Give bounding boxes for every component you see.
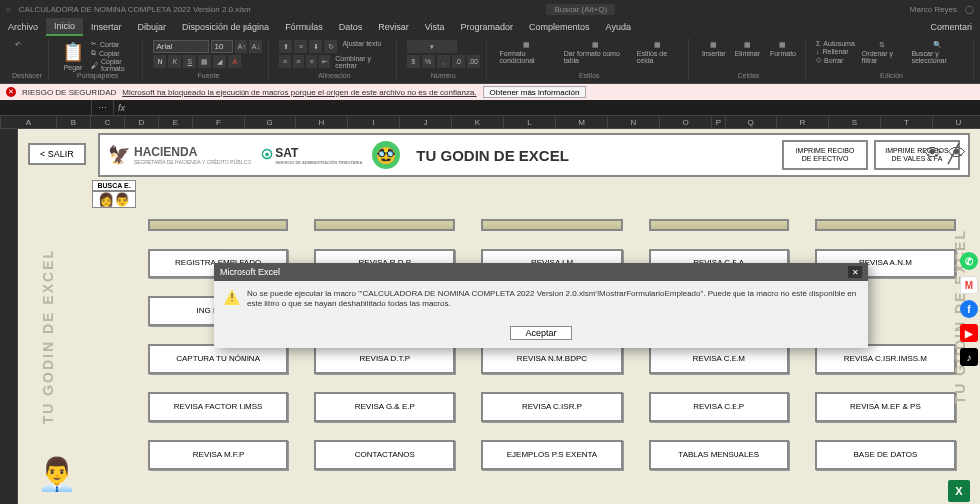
paste-button[interactable]: 📋Pegar bbox=[59, 40, 87, 72]
align-right-icon[interactable]: ≡ bbox=[306, 55, 317, 68]
col-header-C[interactable]: C bbox=[91, 116, 125, 128]
revisa-cep-button[interactable]: REVISA C.E.P bbox=[649, 392, 789, 422]
clear-button[interactable]: ◇Borrar bbox=[816, 56, 855, 64]
revisa-cisrp-button[interactable]: REVISA C.ISR.P bbox=[481, 392, 622, 422]
fill-button[interactable]: ↓Rellenar bbox=[816, 48, 855, 55]
col-header-J[interactable]: J bbox=[400, 116, 452, 128]
menu-insertar[interactable]: Insertar bbox=[83, 19, 130, 35]
excel-icon[interactable]: X bbox=[948, 480, 970, 502]
revisa-dtp-button[interactable]: REVISA D.T.P bbox=[314, 344, 455, 374]
undo-button[interactable]: ↶ bbox=[12, 40, 24, 50]
menu-inicio[interactable]: Inicio bbox=[46, 18, 83, 36]
revisa-mefps-button[interactable]: REVISA M.EF & PS bbox=[815, 392, 956, 422]
font-size-select[interactable] bbox=[211, 40, 233, 53]
tiktok-icon[interactable]: ♪ bbox=[960, 348, 978, 366]
cut-button[interactable]: ✂Cortar bbox=[91, 40, 136, 48]
font-name-select[interactable] bbox=[153, 40, 209, 53]
cell-styles-button[interactable]: ▦Estilos de celda bbox=[634, 40, 682, 65]
menu-archivo[interactable]: Archivo bbox=[0, 19, 46, 35]
italic-icon[interactable]: K bbox=[168, 55, 181, 68]
eye-closed-icon[interactable]: 👁╱ bbox=[948, 143, 966, 164]
menu-datos[interactable]: Datos bbox=[331, 19, 371, 35]
percent-icon[interactable]: % bbox=[422, 55, 435, 68]
col-header-P[interactable]: P bbox=[712, 116, 726, 128]
youtube-icon[interactable]: ▶ bbox=[960, 324, 978, 342]
facebook-icon[interactable]: f bbox=[960, 300, 978, 318]
menu-programador[interactable]: Programador bbox=[453, 19, 522, 35]
eye-open-icon[interactable]: 👁 bbox=[924, 143, 942, 164]
underline-icon[interactable]: S bbox=[183, 55, 196, 68]
ejemplos-ps-button[interactable]: EJEMPLOS P.S EXENTA bbox=[481, 440, 622, 470]
dialog-ok-button[interactable]: Aceptar bbox=[510, 326, 571, 340]
col-header-L[interactable]: L bbox=[504, 116, 556, 128]
menu-revisar[interactable]: Revisar bbox=[370, 19, 417, 35]
col-header-B[interactable]: B bbox=[57, 116, 91, 128]
sort-filter-button[interactable]: ⇅Ordenar y filtrar bbox=[859, 40, 905, 65]
col-header-T[interactable]: T bbox=[881, 116, 933, 128]
format-painter-button[interactable]: 🖌Copiar formato bbox=[91, 58, 136, 72]
col-header-O[interactable]: O bbox=[660, 116, 712, 128]
insert-cells-button[interactable]: ▦Insertar bbox=[699, 40, 729, 58]
align-center-icon[interactable]: ≡ bbox=[293, 55, 304, 68]
user-avatar[interactable]: ◯ bbox=[965, 5, 974, 14]
col-header-K[interactable]: K bbox=[452, 116, 504, 128]
col-header-S[interactable]: S bbox=[829, 116, 881, 128]
menu-ayuda[interactable]: Ayuda bbox=[598, 19, 639, 35]
fx-cancel-icon[interactable]: ⋯ bbox=[92, 100, 114, 115]
orientation-icon[interactable]: ↻ bbox=[324, 40, 337, 53]
revisa-cem-button[interactable]: REVISA C.E.M bbox=[649, 344, 789, 374]
indent-dec-icon[interactable]: ⇤ bbox=[319, 55, 330, 68]
autosave-toggle[interactable]: ○ bbox=[6, 5, 11, 14]
whatsapp-icon[interactable]: ✆ bbox=[960, 252, 978, 270]
cond-format-button[interactable]: ▦Formato condicional bbox=[497, 40, 557, 65]
format-cells-button[interactable]: ▦Formato bbox=[767, 40, 799, 58]
align-middle-icon[interactable]: ≡ bbox=[294, 40, 307, 53]
col-header-N[interactable]: N bbox=[608, 116, 660, 128]
dec-decimal-icon[interactable]: .00 bbox=[467, 55, 480, 68]
contactanos-button[interactable]: CONTACTANOS bbox=[314, 440, 455, 470]
table-format-button[interactable]: ▦Dar formato como tabla bbox=[561, 40, 630, 65]
col-header-Q[interactable]: Q bbox=[726, 116, 777, 128]
shrink-font-icon[interactable]: A↓ bbox=[249, 40, 262, 53]
bold-icon[interactable]: N bbox=[153, 55, 166, 68]
col-header-D[interactable]: D bbox=[125, 116, 159, 128]
revisa-mfp-button[interactable]: REVISA M.F.P bbox=[148, 440, 288, 470]
merge-button[interactable]: Combinar y centrar bbox=[332, 55, 389, 69]
salir-button[interactable]: < SALIR bbox=[28, 143, 86, 165]
border-icon[interactable]: ▦ bbox=[198, 55, 211, 68]
revisa-factor-imss-button[interactable]: REVISA FACTOR I.IMSS bbox=[148, 392, 288, 422]
search-box[interactable]: Buscar (Alt+Q) bbox=[546, 4, 615, 15]
col-header-A[interactable]: A bbox=[1, 116, 57, 128]
delete-cells-button[interactable]: ▦Eliminar bbox=[733, 40, 763, 58]
col-header-U[interactable]: U bbox=[933, 116, 980, 128]
comments-button[interactable]: Comentari bbox=[922, 19, 980, 35]
inc-decimal-icon[interactable]: .0 bbox=[452, 55, 465, 68]
col-header-E[interactable]: E bbox=[159, 116, 193, 128]
print-recibo-efectivo-button[interactable]: IMPRIME RECIBO DE EFECTIVO bbox=[782, 140, 868, 170]
grow-font-icon[interactable]: A↑ bbox=[235, 40, 247, 53]
gmail-icon[interactable]: M bbox=[960, 276, 978, 294]
col-header-F[interactable]: F bbox=[193, 116, 245, 128]
name-box[interactable] bbox=[0, 100, 92, 115]
align-top-icon[interactable]: ⬆ bbox=[279, 40, 292, 53]
busca-empleado-block[interactable]: BUSCA E. 👩👨 bbox=[92, 180, 136, 208]
revisa-cisrimssm-button[interactable]: REVISA C.ISR.IMSS.M bbox=[815, 344, 956, 374]
number-format-select[interactable]: ▾ bbox=[407, 40, 457, 53]
security-msg[interactable]: Microsoft ha bloqueado la ejecución de m… bbox=[122, 88, 476, 97]
fx-icon[interactable]: fx bbox=[114, 100, 129, 115]
captura-nomina-button[interactable]: CAPTURA TU NÓMINA bbox=[148, 344, 288, 374]
fill-color-icon[interactable]: ◢ bbox=[213, 55, 226, 68]
formula-input[interactable] bbox=[129, 100, 980, 115]
menu-disposicion[interactable]: Disposición de página bbox=[174, 19, 277, 35]
col-header-M[interactable]: M bbox=[556, 116, 608, 128]
revisa-nmbdpc-button[interactable]: REVISA N.M.BDPC bbox=[481, 344, 622, 374]
copy-button[interactable]: ⧉Copiar bbox=[91, 49, 136, 57]
wrap-text-button[interactable]: Ajustar texto bbox=[339, 40, 384, 53]
menu-dibujar[interactable]: Dibujar bbox=[130, 19, 175, 35]
revisa-gep-button[interactable]: REVISA G.& E.P bbox=[314, 392, 455, 422]
col-header-I[interactable]: I bbox=[348, 116, 400, 128]
col-header-G[interactable]: G bbox=[245, 116, 296, 128]
menu-complementos[interactable]: Complementos bbox=[521, 19, 598, 35]
col-header-H[interactable]: H bbox=[296, 116, 348, 128]
find-select-button[interactable]: 🔍Buscar y seleccionar bbox=[908, 40, 967, 65]
